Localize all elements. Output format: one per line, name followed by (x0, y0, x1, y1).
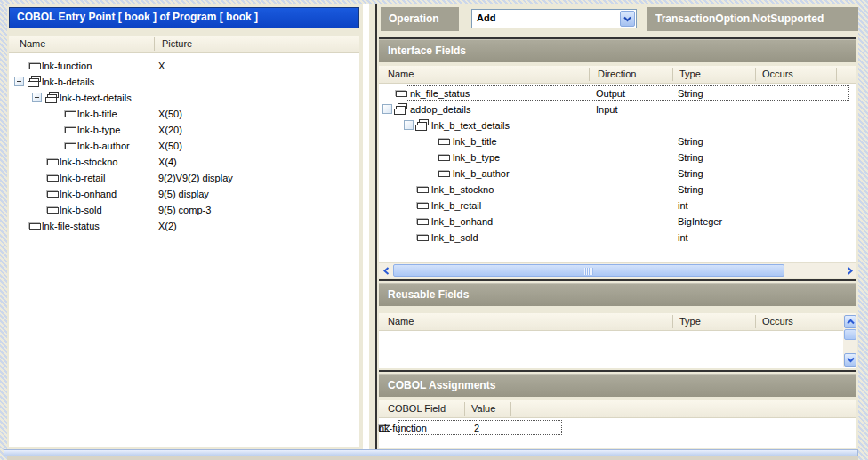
column-header-cobol-field: COBOL Field (388, 403, 446, 414)
type-value: String (678, 135, 703, 148)
tree-expander-minus-icon[interactable] (32, 93, 42, 102)
cobol-tree-row[interactable]: lnk-b-stocknoX(4) (9, 154, 359, 170)
cobol-field-name: lnk-b-details (42, 76, 94, 88)
interface-fields-header: Interface Fields (379, 39, 856, 62)
column-separator[interactable] (755, 68, 756, 81)
scroll-down-arrow-icon[interactable] (844, 353, 856, 367)
section-divider (379, 370, 856, 372)
column-separator[interactable] (755, 315, 756, 328)
type-value: String (678, 151, 703, 164)
interface-field-name: lnk_b_type (453, 151, 500, 164)
column-separator[interactable] (154, 37, 155, 51)
cobol-tree-row[interactable]: lnk-b-details (9, 74, 359, 90)
field-icon (417, 203, 429, 209)
scroll-up-arrow-icon[interactable] (844, 315, 856, 328)
cobol-tree-row[interactable]: lnk-b-typeX(20) (9, 122, 359, 138)
column-header-picture: Picture (162, 38, 192, 49)
interface-field-row[interactable]: lnk_b_titleString (379, 133, 856, 149)
column-separator[interactable] (836, 68, 837, 81)
interface-field-name: lnk_b_sold (431, 231, 478, 244)
cobol-tree-row[interactable]: lnk-file-statusX(2) (9, 218, 359, 234)
interface-field-row[interactable]: lnk_b_typeString (379, 149, 856, 165)
type-value: int (678, 199, 688, 212)
picture-value: X(4) (158, 156, 177, 168)
interface-fields-hscrollbar[interactable] (379, 262, 856, 278)
cobol-field-name: lnk-file-status (42, 220, 100, 232)
cobol-assignments-header: COBOL Assignments (379, 374, 856, 397)
picture-value: 9(5) comp-3 (158, 204, 211, 216)
interface-field-row[interactable]: lnk_b_soldint (379, 230, 856, 246)
interface-field-row[interactable]: lnk_b_authorString (379, 165, 856, 182)
cobol-tree-row[interactable]: lnk-b-authorX(50) (9, 138, 359, 154)
operation-label-chip: Operation (381, 7, 459, 31)
operation-combobox[interactable]: Add (471, 9, 637, 28)
cobol-field-name: lnk-b-author (77, 140, 130, 152)
hscroll-thumb[interactable] (393, 264, 784, 277)
window-bottom-border (4, 449, 858, 456)
interface-field-row[interactable]: nk_file_statusOutputString (379, 85, 856, 101)
field-icon (417, 187, 429, 193)
direction-value: Input (596, 103, 617, 116)
cobol-assignments-table: nk-function2 (379, 418, 856, 448)
interface-field-name: lnk_b_text_details (431, 119, 510, 132)
column-separator[interactable] (589, 68, 590, 81)
cobol-tree-row[interactable]: lnk-b-onhand9(5) display (9, 186, 359, 202)
interface-field-row[interactable]: lnk_b_stocknoString (379, 182, 856, 198)
column-header-occurs: Occurs (762, 69, 793, 79)
cobol-field-name: lnk-b-text-details (60, 92, 132, 104)
tree-expander-minus-icon[interactable] (382, 104, 392, 114)
type-value: String (678, 167, 703, 180)
column-header-type: Type (679, 69, 701, 79)
column-separator[interactable] (464, 402, 465, 416)
scroll-left-arrow-icon[interactable] (380, 264, 392, 278)
cobol-tree-column-header: Name Picture (9, 36, 359, 53)
column-header-name: Name (388, 316, 414, 327)
field-icon (65, 143, 76, 149)
cobol-entry-point-panel: COBOL Entry Point [ book ] of Program [ … (7, 4, 362, 449)
interface-field-name: lnk_b_onhand (431, 215, 493, 228)
group-record-icon (28, 76, 43, 87)
column-separator[interactable] (510, 402, 511, 416)
operation-selected-value: Add (477, 12, 495, 23)
interface-field-row[interactable]: lnk_b_retailint (379, 198, 856, 214)
reusable-fields-title: Reusable Fields (388, 288, 469, 301)
column-header-name: Name (20, 38, 45, 49)
reusable-fields-vscrollbar[interactable] (843, 315, 857, 367)
reusable-fields-column-header: Name Type Occurs (379, 313, 856, 331)
field-icon (417, 235, 429, 241)
interface-field-row[interactable]: addop_detailsInput (379, 101, 856, 117)
panel-title: COBOL Entry Point [ book ] of Program [ … (17, 11, 258, 23)
cobol-assignment-row[interactable]: nk-function2 (379, 420, 856, 436)
picture-value: 9(5) display (158, 188, 209, 200)
transaction-option-status: TransactionOption.NotSupported (655, 12, 824, 25)
cobol-tree-row[interactable]: lnk-b-sold9(5) comp-3 (9, 202, 359, 218)
cobol-tree-row[interactable]: lnk-b-text-details (9, 90, 359, 106)
interface-field-name: lnk_b_author (453, 167, 510, 180)
scroll-right-arrow-icon[interactable] (843, 264, 856, 278)
cobol-tree-row[interactable]: lnk-b-retail9(2)V9(2) display (9, 170, 359, 186)
interface-fields-table: nk_file_statusOutputStringaddop_detailsI… (379, 84, 856, 262)
picture-value: X(20) (158, 124, 182, 136)
interface-field-row[interactable]: lnk_b_text_details (379, 117, 856, 133)
tree-expander-minus-icon[interactable] (404, 120, 414, 130)
selected-row-marquee (398, 420, 562, 435)
field-icon (438, 139, 450, 145)
picture-value: 9(2)V9(2) display (158, 172, 233, 184)
cobol-tree-row[interactable]: lnk-b-titleX(50) (9, 106, 359, 122)
column-separator[interactable] (672, 68, 673, 81)
tree-expander-minus-icon[interactable] (14, 77, 24, 86)
column-separator[interactable] (269, 37, 269, 51)
panel-splitter[interactable] (362, 4, 375, 449)
vscroll-thumb[interactable] (844, 329, 856, 340)
picture-value: X(50) (158, 108, 182, 120)
field-icon (65, 127, 76, 133)
field-icon (47, 191, 59, 198)
field-icon (438, 171, 450, 177)
interface-field-row[interactable]: lnk_b_onhandBigInteger (379, 214, 856, 230)
chevron-down-icon[interactable] (620, 11, 635, 27)
cobol-mapper-window: COBOL Entry Point [ book ] of Program [ … (0, 0, 868, 460)
column-separator[interactable] (672, 315, 673, 328)
cobol-field-name: lnk-b-stockno (60, 156, 117, 168)
cobol-tree-row[interactable]: lnk-functionX (9, 58, 359, 74)
column-header-value: Value (471, 403, 495, 414)
